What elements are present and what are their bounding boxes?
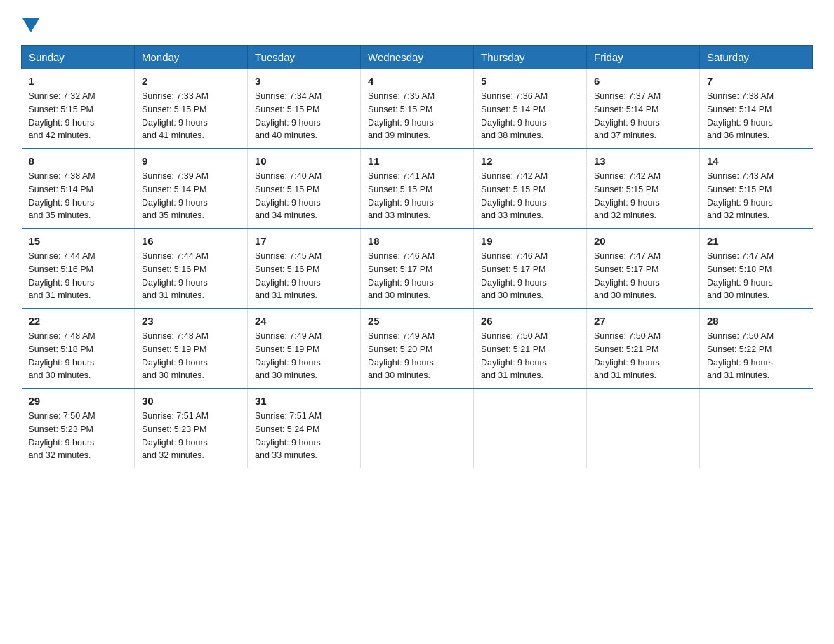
day-info: Sunrise: 7:36 AMSunset: 5:14 PMDaylight:…	[481, 91, 548, 140]
calendar-cell	[587, 389, 700, 468]
weekday-header-tuesday: Tuesday	[248, 46, 361, 69]
calendar-cell: 2 Sunrise: 7:33 AMSunset: 5:15 PMDayligh…	[135, 69, 248, 149]
day-info: Sunrise: 7:41 AMSunset: 5:15 PMDaylight:…	[368, 171, 435, 220]
day-number: 2	[142, 75, 240, 87]
day-number: 1	[29, 75, 128, 87]
calendar-cell: 8 Sunrise: 7:38 AMSunset: 5:14 PMDayligh…	[22, 149, 135, 229]
calendar-header: SundayMondayTuesdayWednesdayThursdayFrid…	[22, 46, 813, 69]
calendar-cell: 23 Sunrise: 7:48 AMSunset: 5:19 PMDaylig…	[135, 309, 248, 389]
day-number: 13	[594, 155, 692, 167]
weekday-header-monday: Monday	[135, 46, 248, 69]
day-info: Sunrise: 7:45 AMSunset: 5:16 PMDaylight:…	[255, 251, 322, 300]
calendar-cell: 29 Sunrise: 7:50 AMSunset: 5:23 PMDaylig…	[22, 389, 135, 468]
calendar-cell: 1 Sunrise: 7:32 AMSunset: 5:15 PMDayligh…	[22, 69, 135, 149]
day-number: 17	[255, 235, 353, 247]
calendar-cell: 21 Sunrise: 7:47 AMSunset: 5:18 PMDaylig…	[700, 229, 813, 309]
calendar-week-row: 1 Sunrise: 7:32 AMSunset: 5:15 PMDayligh…	[22, 69, 813, 149]
day-info: Sunrise: 7:48 AMSunset: 5:18 PMDaylight:…	[29, 331, 95, 380]
day-number: 31	[255, 395, 353, 407]
day-info: Sunrise: 7:46 AMSunset: 5:17 PMDaylight:…	[481, 251, 548, 300]
calendar-cell: 13 Sunrise: 7:42 AMSunset: 5:15 PMDaylig…	[587, 149, 700, 229]
day-number: 24	[255, 315, 353, 327]
calendar-cell: 16 Sunrise: 7:44 AMSunset: 5:16 PMDaylig…	[135, 229, 248, 309]
weekday-header-friday: Friday	[587, 46, 700, 69]
calendar-cell: 27 Sunrise: 7:50 AMSunset: 5:21 PMDaylig…	[587, 309, 700, 389]
calendar-cell	[361, 389, 474, 468]
day-info: Sunrise: 7:42 AMSunset: 5:15 PMDaylight:…	[594, 171, 661, 220]
day-info: Sunrise: 7:47 AMSunset: 5:17 PMDaylight:…	[594, 251, 661, 300]
calendar-cell: 18 Sunrise: 7:46 AMSunset: 5:17 PMDaylig…	[361, 229, 474, 309]
calendar-cell: 3 Sunrise: 7:34 AMSunset: 5:15 PMDayligh…	[248, 69, 361, 149]
calendar-table: SundayMondayTuesdayWednesdayThursdayFrid…	[21, 45, 813, 468]
day-number: 29	[29, 395, 128, 407]
weekday-header-sunday: Sunday	[22, 46, 135, 69]
day-info: Sunrise: 7:43 AMSunset: 5:15 PMDaylight:…	[707, 171, 774, 220]
calendar-cell: 10 Sunrise: 7:40 AMSunset: 5:15 PMDaylig…	[248, 149, 361, 229]
day-info: Sunrise: 7:50 AMSunset: 5:21 PMDaylight:…	[594, 331, 661, 380]
day-info: Sunrise: 7:46 AMSunset: 5:17 PMDaylight:…	[368, 251, 435, 300]
day-info: Sunrise: 7:38 AMSunset: 5:14 PMDaylight:…	[29, 171, 95, 220]
day-number: 28	[707, 315, 806, 327]
day-info: Sunrise: 7:48 AMSunset: 5:19 PMDaylight:…	[142, 331, 208, 380]
calendar-cell: 4 Sunrise: 7:35 AMSunset: 5:15 PMDayligh…	[361, 69, 474, 149]
calendar-week-row: 22 Sunrise: 7:48 AMSunset: 5:18 PMDaylig…	[22, 309, 813, 389]
logo-triangle-icon	[22, 18, 39, 32]
day-info: Sunrise: 7:51 AMSunset: 5:24 PMDaylight:…	[255, 411, 322, 460]
day-number: 10	[255, 155, 353, 167]
day-number: 27	[594, 315, 692, 327]
page-header	[21, 14, 813, 32]
calendar-cell: 6 Sunrise: 7:37 AMSunset: 5:14 PMDayligh…	[587, 69, 700, 149]
weekday-header-wednesday: Wednesday	[361, 46, 474, 69]
calendar-week-row: 29 Sunrise: 7:50 AMSunset: 5:23 PMDaylig…	[22, 389, 813, 468]
day-info: Sunrise: 7:50 AMSunset: 5:22 PMDaylight:…	[707, 331, 774, 380]
day-number: 30	[142, 395, 240, 407]
calendar-cell: 30 Sunrise: 7:51 AMSunset: 5:23 PMDaylig…	[135, 389, 248, 468]
day-info: Sunrise: 7:49 AMSunset: 5:19 PMDaylight:…	[255, 331, 322, 380]
day-number: 5	[481, 75, 579, 87]
calendar-cell: 22 Sunrise: 7:48 AMSunset: 5:18 PMDaylig…	[22, 309, 135, 389]
calendar-cell	[700, 389, 813, 468]
calendar-cell: 20 Sunrise: 7:47 AMSunset: 5:17 PMDaylig…	[587, 229, 700, 309]
day-number: 4	[368, 75, 466, 87]
day-info: Sunrise: 7:32 AMSunset: 5:15 PMDaylight:…	[29, 91, 95, 140]
day-number: 18	[368, 235, 466, 247]
calendar-cell: 17 Sunrise: 7:45 AMSunset: 5:16 PMDaylig…	[248, 229, 361, 309]
day-info: Sunrise: 7:47 AMSunset: 5:18 PMDaylight:…	[707, 251, 774, 300]
day-info: Sunrise: 7:39 AMSunset: 5:14 PMDaylight:…	[142, 171, 208, 220]
calendar-cell: 19 Sunrise: 7:46 AMSunset: 5:17 PMDaylig…	[474, 229, 587, 309]
day-info: Sunrise: 7:37 AMSunset: 5:14 PMDaylight:…	[594, 91, 661, 140]
day-number: 21	[707, 235, 806, 247]
day-number: 20	[594, 235, 692, 247]
day-info: Sunrise: 7:38 AMSunset: 5:14 PMDaylight:…	[707, 91, 774, 140]
calendar-cell: 11 Sunrise: 7:41 AMSunset: 5:15 PMDaylig…	[361, 149, 474, 229]
day-number: 23	[142, 315, 240, 327]
day-number: 11	[368, 155, 466, 167]
calendar-cell: 25 Sunrise: 7:49 AMSunset: 5:20 PMDaylig…	[361, 309, 474, 389]
calendar-cell: 24 Sunrise: 7:49 AMSunset: 5:19 PMDaylig…	[248, 309, 361, 389]
day-info: Sunrise: 7:33 AMSunset: 5:15 PMDaylight:…	[142, 91, 208, 140]
day-number: 6	[594, 75, 692, 87]
day-number: 16	[142, 235, 240, 247]
day-info: Sunrise: 7:34 AMSunset: 5:15 PMDaylight:…	[255, 91, 322, 140]
day-info: Sunrise: 7:50 AMSunset: 5:23 PMDaylight:…	[29, 411, 95, 460]
day-number: 22	[29, 315, 128, 327]
day-number: 26	[481, 315, 579, 327]
day-number: 7	[707, 75, 806, 87]
day-info: Sunrise: 7:49 AMSunset: 5:20 PMDaylight:…	[368, 331, 435, 380]
day-info: Sunrise: 7:42 AMSunset: 5:15 PMDaylight:…	[481, 171, 548, 220]
calendar-cell: 15 Sunrise: 7:44 AMSunset: 5:16 PMDaylig…	[22, 229, 135, 309]
day-number: 19	[481, 235, 579, 247]
day-info: Sunrise: 7:40 AMSunset: 5:15 PMDaylight:…	[255, 171, 322, 220]
calendar-cell: 31 Sunrise: 7:51 AMSunset: 5:24 PMDaylig…	[248, 389, 361, 468]
weekday-header-row: SundayMondayTuesdayWednesdayThursdayFrid…	[22, 46, 813, 69]
calendar-body: 1 Sunrise: 7:32 AMSunset: 5:15 PMDayligh…	[22, 69, 813, 469]
calendar-cell: 14 Sunrise: 7:43 AMSunset: 5:15 PMDaylig…	[700, 149, 813, 229]
day-info: Sunrise: 7:50 AMSunset: 5:21 PMDaylight:…	[481, 331, 548, 380]
calendar-cell: 9 Sunrise: 7:39 AMSunset: 5:14 PMDayligh…	[135, 149, 248, 229]
day-number: 14	[707, 155, 806, 167]
day-number: 25	[368, 315, 466, 327]
calendar-week-row: 8 Sunrise: 7:38 AMSunset: 5:14 PMDayligh…	[22, 149, 813, 229]
day-info: Sunrise: 7:35 AMSunset: 5:15 PMDaylight:…	[368, 91, 435, 140]
day-number: 12	[481, 155, 579, 167]
logo	[21, 14, 39, 32]
